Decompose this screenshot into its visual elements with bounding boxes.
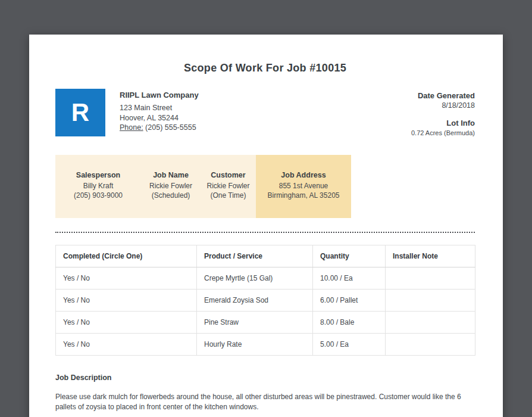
- phone-label: Phone:: [120, 123, 143, 132]
- cell-installer-note: [386, 334, 475, 356]
- cell-installer-note: [386, 267, 475, 290]
- job-description-heading: Job Description: [55, 374, 475, 382]
- cell-quantity: 5.00 / Ea: [313, 334, 386, 356]
- table-row: Yes / No Emerald Zoysia Sod 6.00 / Palle…: [56, 290, 475, 312]
- cell-installer-note: [386, 312, 475, 334]
- table-header-row: Completed (Circle One) Product / Service…: [56, 245, 475, 267]
- cell-quantity: 8.00 / Bale: [313, 312, 386, 334]
- company-address-line2: Hoover, AL 35244: [120, 113, 199, 123]
- cell-installer-note: [386, 290, 475, 312]
- cell-quantity: 10.00 / Ea: [313, 267, 386, 290]
- header-completed: Completed (Circle One): [56, 245, 197, 267]
- company-block: R RIIPL Lawn Company 123 Main Street Hoo…: [55, 89, 199, 136]
- cell-quantity: 6.00 / Pallet: [313, 290, 386, 312]
- cell-completed: Yes / No: [56, 290, 197, 312]
- lot-info-label: Lot Info: [411, 118, 475, 128]
- lot-info-value: 0.72 Acres (Bermuda): [411, 128, 475, 138]
- cell-product: Emerald Zoysia Sod: [197, 290, 313, 312]
- job-description-paragraph: Please use dark mulch for flowerbeds aro…: [55, 392, 475, 412]
- company-logo: R: [55, 89, 105, 136]
- header-installer-note: Installer Note: [386, 245, 475, 267]
- date-generated: Date Generated 8/18/2018: [411, 91, 475, 111]
- phone-value: (205) 555-5555: [145, 123, 196, 132]
- job-info-salesperson: Salesperson Billy Kraft (205) 903-9000: [55, 155, 141, 218]
- cell-product: Crepe Myrtle (15 Gal): [197, 267, 313, 290]
- salesperson-phone: (205) 903-9000: [58, 191, 139, 200]
- document-header: R RIIPL Lawn Company 123 Main Street Hoo…: [55, 89, 475, 138]
- dotted-divider: [55, 232, 475, 233]
- job-address-line1: 855 1st Avenue: [258, 181, 349, 191]
- logo-letter: R: [71, 98, 89, 127]
- scope-of-work-table: Completed (Circle One) Product / Service…: [55, 245, 475, 356]
- meta-block: Date Generated 8/18/2018 Lot Info 0.72 A…: [411, 89, 475, 138]
- header-product-service: Product / Service: [197, 245, 313, 267]
- cell-completed: Yes / No: [56, 334, 197, 356]
- salesperson-name: Billy Kraft: [58, 181, 139, 191]
- salesperson-label: Salesperson: [58, 170, 139, 180]
- company-phone: Phone: (205) 555-5555: [120, 123, 199, 133]
- job-address-line2: Birmingham, AL 35205: [258, 191, 349, 200]
- cell-product: Hourly Rate: [197, 334, 313, 356]
- table-row: Yes / No Hourly Rate 5.00 / Ea: [56, 334, 475, 356]
- cell-completed: Yes / No: [56, 312, 197, 334]
- job-name-status: (Scheduled): [143, 191, 198, 200]
- company-info: RIIPL Lawn Company 123 Main Street Hoove…: [120, 89, 199, 133]
- document-page: Scope Of Work For Job #10015 R RIIPL Law…: [29, 35, 503, 417]
- company-name: RIIPL Lawn Company: [120, 91, 199, 99]
- customer-name: Rickie Fowler: [203, 181, 254, 191]
- job-address-label: Job Address: [258, 170, 349, 180]
- customer-label: Customer: [203, 170, 254, 180]
- job-info-job-name: Job Name Rickie Fowler (Scheduled): [141, 155, 201, 218]
- date-generated-label: Date Generated: [411, 91, 475, 101]
- date-generated-value: 8/18/2018: [411, 101, 475, 111]
- job-info-band: Salesperson Billy Kraft (205) 903-9000 J…: [55, 155, 351, 218]
- table-row: Yes / No Pine Straw 8.00 / Bale: [56, 312, 475, 334]
- lot-info: Lot Info 0.72 Acres (Bermuda): [411, 118, 475, 138]
- company-address-line1: 123 Main Street: [120, 103, 199, 113]
- page-title: Scope Of Work For Job #10015: [55, 62, 475, 74]
- job-name-label: Job Name: [143, 170, 198, 180]
- cell-product: Pine Straw: [197, 312, 313, 334]
- customer-type: (One Time): [203, 191, 254, 200]
- table-row: Yes / No Crepe Myrtle (15 Gal) 10.00 / E…: [56, 267, 475, 290]
- job-name-value: Rickie Fowler: [143, 181, 198, 191]
- cell-completed: Yes / No: [56, 267, 197, 290]
- header-quantity: Quantity: [313, 245, 386, 267]
- job-info-job-address: Job Address 855 1st Avenue Birmingham, A…: [256, 155, 351, 218]
- job-info-customer: Customer Rickie Fowler (One Time): [201, 155, 256, 218]
